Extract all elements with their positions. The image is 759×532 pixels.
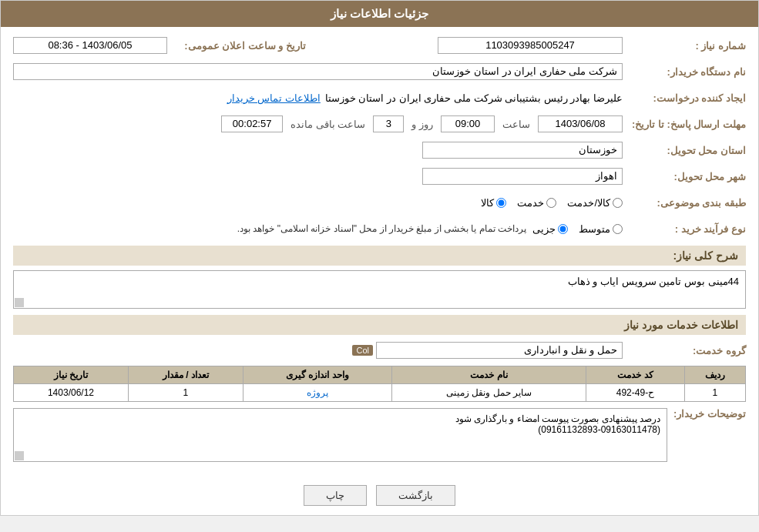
print-button[interactable]: چاپ [304, 485, 367, 506]
deadline-days: 3 [373, 115, 404, 132]
cell-unit-1: پروژه [243, 384, 391, 402]
city-label: شهر محل تحویل: [623, 171, 746, 182]
purchase-type-label-jozyi: جزیی [532, 223, 556, 235]
col-tag: Col [352, 345, 373, 356]
announce-date-value: 1403/06/05 - 08:36 [13, 37, 167, 54]
table-header-unit: واحد اندازه گیری [243, 366, 391, 384]
deadline-days-label: روز و [411, 119, 433, 130]
service-group-value: حمل و نقل و انبارداری [376, 342, 623, 359]
cell-date-1: 1403/06/12 [14, 384, 129, 402]
table-header-quantity: تعداد / مقدار [128, 366, 243, 384]
cell-code-1: ح-49-492 [586, 384, 684, 402]
back-button[interactable]: بازگشت [376, 485, 455, 506]
footer-buttons: بازگشت چاپ [1, 476, 758, 515]
need-description-section-title: شرح کلی نیاز: [13, 246, 746, 266]
deadline-remaining: 00:02:57 [221, 115, 283, 132]
cell-row-1: 1 [684, 384, 745, 402]
deadline-label: مهلت ارسال پاسخ: تا تاریخ: [623, 119, 746, 130]
announce-date-label: تاریخ و ساعت اعلان عمومی: [167, 40, 306, 52]
deadline-remaining-label: ساعت باقی مانده [291, 119, 365, 130]
table-header-name: نام خدمت [391, 366, 586, 384]
table-header-date: تاریخ نیاز [14, 366, 129, 384]
buyer-description-text: درصد پیشنهادی بصورت پیوست امضاء و بارگذا… [13, 408, 667, 462]
creator-value: علیرضا بهادر رئیس بشتیبانی شرکت ملی حفار… [325, 92, 623, 104]
category-radio-khedmat[interactable] [546, 198, 556, 208]
page-header: جزئیات اطلاعات نیاز [1, 1, 758, 27]
buyer-description-label: توضیحات خریدار: [667, 408, 746, 420]
need-number-value: 1103093985005247 [438, 37, 623, 54]
creator-label: ایجاد کننده درخواست: [623, 92, 746, 104]
category-label-kala: کالا [481, 197, 494, 209]
purchase-type-option-jozyi[interactable]: جزیی [532, 223, 568, 235]
buyer-org-value: شرکت ملی حفاری ایران در استان خوزستان [13, 63, 623, 80]
buyer-org-label: نام دستگاه خریدار: [623, 66, 746, 78]
service-table: ردیف کد خدمت نام خدمت واحد اندازه گیری ت… [13, 366, 746, 402]
contact-link[interactable]: اطلاعات تماس خریدار [227, 92, 321, 104]
table-row: 1 ح-49-492 سایر حمل ونقل زمینی پروژه 1 1… [14, 384, 746, 402]
category-option-2[interactable]: خدمت [517, 197, 556, 209]
table-header-code: کد خدمت [586, 366, 684, 384]
category-option-1[interactable]: کالا/خدمت [567, 197, 623, 209]
purchase-type-radio-motavasset[interactable] [613, 224, 623, 234]
resize-handle[interactable] [15, 298, 24, 307]
buyer-desc-resize-handle[interactable] [15, 451, 24, 460]
category-radio-kala[interactable] [496, 198, 506, 208]
category-label-khedmat: خدمت [517, 197, 544, 209]
cell-name-1: سایر حمل ونقل زمینی [391, 384, 586, 402]
need-number-label: شماره نیاز : [623, 40, 746, 52]
deadline-time: 09:00 [441, 115, 495, 132]
purchase-type-text: پرداخت تمام یا بخشی از مبلغ خریدار از مح… [237, 223, 526, 234]
service-group-label: گروه خدمت: [623, 345, 746, 356]
purchase-type-radio-jozyi[interactable] [558, 224, 568, 234]
purchase-type-label-motavasset: متوسط [579, 223, 610, 235]
category-radio-kala-khedmat[interactable] [613, 198, 623, 208]
purchase-type-label: نوع فرآیند خرید : [623, 223, 746, 235]
deadline-date: 1403/06/08 [538, 115, 623, 132]
province-value: خوزستان [422, 142, 623, 159]
province-label: استان محل تحویل: [623, 145, 746, 156]
purchase-type-option-motavasset[interactable]: متوسط [579, 223, 623, 235]
page-title: جزئیات اطلاعات نیاز [331, 7, 428, 20]
category-label: طبقه بندی موضوعی: [623, 197, 746, 209]
need-description-text: 44مینی بوس تامین سرویس ایاب و ذهاب [13, 270, 746, 309]
city-value: اهواز [422, 168, 623, 185]
purchase-type-radio-group: متوسط جزیی [532, 223, 623, 235]
category-label-kala-khedmat: کالا/خدمت [567, 197, 610, 209]
cell-quantity-1: 1 [128, 384, 243, 402]
deadline-time-label: ساعت [502, 119, 530, 130]
category-radio-group: کالا/خدمت خدمت کالا [481, 197, 623, 209]
category-option-3[interactable]: کالا [481, 197, 506, 209]
table-header-row: ردیف [684, 366, 745, 384]
service-info-section-title: اطلاعات خدمات مورد نیاز [13, 315, 746, 335]
